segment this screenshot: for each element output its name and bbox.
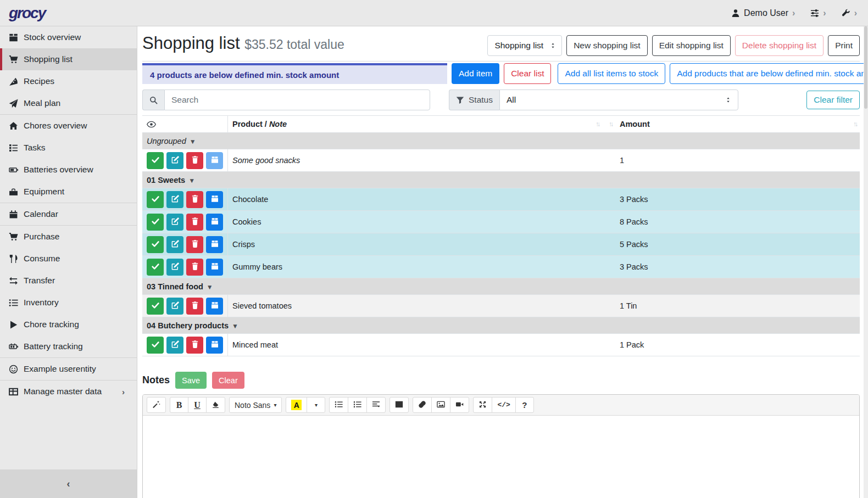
sidebar-item-shopping-list[interactable]: Shopping list <box>0 48 137 70</box>
print-button[interactable]: Print <box>828 35 860 56</box>
product-name: Gummy bears <box>228 256 616 278</box>
clear-filter-button[interactable]: Clear filter <box>806 91 860 109</box>
sidebar-item-chore-tracking[interactable]: Chore tracking <box>0 314 137 335</box>
user-menu-label: Demo User <box>744 8 788 18</box>
add-to-stock-button[interactable] <box>206 337 223 354</box>
sidebar-item-equipment[interactable]: Equipment <box>0 181 137 203</box>
delete-item-button[interactable] <box>186 337 203 354</box>
edit-item-button[interactable] <box>166 298 183 315</box>
add-below-min-button[interactable]: Add products that are below defined min.… <box>670 63 868 84</box>
edit-item-button[interactable] <box>166 259 183 276</box>
sidebar-item-tasks[interactable]: Tasks <box>0 137 137 159</box>
amount-column-header[interactable]: ↑↓ Amount ↑↓ <box>615 116 860 133</box>
search-input[interactable] <box>164 89 430 110</box>
editor-video-button[interactable] <box>450 397 469 413</box>
editor-table-grid-button[interactable] <box>390 397 409 413</box>
new-shopping-list-button[interactable]: New shopping list <box>566 35 647 56</box>
delete-item-button[interactable] <box>186 259 203 276</box>
editor-help-button[interactable]: ? <box>515 397 534 413</box>
sort-icon: ↑↓ <box>596 120 599 128</box>
mark-done-button[interactable] <box>147 298 164 315</box>
clear-list-button[interactable]: Clear list <box>504 63 551 84</box>
editor-magic-wand-button[interactable] <box>147 397 166 413</box>
grocy-logo[interactable]: grocy <box>9 4 45 22</box>
add-all-to-stock-button[interactable]: Add all list items to stock <box>558 63 665 84</box>
add-to-stock-button[interactable] <box>206 152 223 169</box>
edit-item-button[interactable] <box>166 236 183 253</box>
sidebar-item-chores-overview[interactable]: Chores overview <box>0 115 137 137</box>
edit-item-button[interactable] <box>166 191 183 208</box>
mark-done-button[interactable] <box>147 337 164 354</box>
box-icon <box>8 32 18 42</box>
user-icon <box>731 9 740 18</box>
vertical-scrollbar[interactable] <box>864 26 868 498</box>
add-item-button[interactable]: Add item <box>452 63 499 84</box>
add-to-stock-button[interactable] <box>206 191 223 208</box>
editor-ordered-list-button[interactable] <box>348 397 367 413</box>
sidebar-collapse-button[interactable]: ‹ <box>0 469 137 498</box>
mark-done-button[interactable] <box>147 191 164 208</box>
delete-item-button[interactable] <box>186 191 203 208</box>
editor-bold-button[interactable]: B <box>170 397 188 413</box>
sidebar-item-transfer[interactable]: Transfer <box>0 270 137 292</box>
user-menu[interactable]: Demo User › <box>731 8 795 18</box>
editor-picture-button[interactable] <box>431 397 450 413</box>
sidebar-item-stock-overview[interactable]: Stock overview <box>0 26 137 48</box>
mark-done-button[interactable] <box>147 259 164 276</box>
sidebar-item-example-userentity[interactable]: Example userentity <box>0 358 137 380</box>
delete-item-button[interactable] <box>186 298 203 315</box>
editor-link-button[interactable] <box>413 397 432 413</box>
editor-toolbar: BUNoto Sans▾A▾</>? <box>143 395 859 416</box>
notes-editor-area[interactable] <box>143 416 859 498</box>
editor-fullscreen-button[interactable] <box>473 397 492 413</box>
product-group-row[interactable]: 03 Tinned food▼ <box>142 278 860 295</box>
add-to-stock-button[interactable] <box>206 298 223 315</box>
delete-shopping-list-button[interactable]: Delete shopping list <box>735 35 824 56</box>
box-icon <box>210 239 219 250</box>
column-visibility-header[interactable] <box>142 116 228 133</box>
sidebar-item-inventory[interactable]: Inventory <box>0 292 137 314</box>
editor-eraser-button[interactable] <box>206 397 225 413</box>
admin-menu[interactable]: › <box>842 9 857 18</box>
product-group-row[interactable]: 04 Butchery products▼ <box>142 317 860 334</box>
editor-underline-button[interactable]: U <box>188 397 207 413</box>
delete-item-button[interactable] <box>186 152 203 169</box>
editor-color-caret-button[interactable]: ▾ <box>307 397 325 413</box>
sidebar-item-recipes[interactable]: Recipes <box>0 70 137 92</box>
editor-color-button-button[interactable]: A <box>286 397 307 413</box>
status-select[interactable]: All <box>499 89 738 110</box>
shopping-list-row: Sieved tomatoes1 Tin <box>142 295 860 317</box>
mark-done-button[interactable] <box>147 236 164 253</box>
sort-icon: ↑↓ <box>609 120 612 128</box>
mark-done-button[interactable] <box>147 214 164 231</box>
shopping-list-table: Product / Note ↑↓ ↑↓ Amount ↑↓ Ungrouped… <box>142 115 860 356</box>
shopping-list-select[interactable]: Shopping list <box>487 35 562 56</box>
sidebar-item-consume[interactable]: Consume <box>0 248 137 270</box>
notes-save-button[interactable]: Save <box>175 372 207 389</box>
editor-font-dropdown-button[interactable]: Noto Sans▾ <box>229 397 282 413</box>
add-to-stock-button[interactable] <box>206 259 223 276</box>
sidebar-item-batteries-overview[interactable]: Batteries overview <box>0 159 137 181</box>
delete-item-button[interactable] <box>186 236 203 253</box>
mark-done-button[interactable] <box>147 152 164 169</box>
product-group-row[interactable]: 01 Sweets▼ <box>142 172 860 188</box>
sidebar-item-purchase[interactable]: Purchase <box>0 226 137 248</box>
editor-unordered-list-button[interactable] <box>329 397 348 413</box>
settings-menu[interactable]: › <box>810 9 826 18</box>
sidebar-item-meal-plan[interactable]: Meal plan <box>0 92 137 114</box>
add-to-stock-button[interactable] <box>206 236 223 253</box>
notes-clear-button[interactable]: Clear <box>212 372 244 389</box>
editor-paragraph-button[interactable] <box>366 397 386 413</box>
edit-item-button[interactable] <box>166 152 183 169</box>
edit-shopping-list-button[interactable]: Edit shopping list <box>652 35 731 56</box>
edit-item-button[interactable] <box>166 337 183 354</box>
add-to-stock-button[interactable] <box>206 214 223 231</box>
delete-item-button[interactable] <box>186 214 203 231</box>
product-group-row[interactable]: Ungrouped▼ <box>142 133 860 149</box>
edit-item-button[interactable] <box>166 214 183 231</box>
product-column-header[interactable]: Product / Note ↑↓ <box>228 116 616 133</box>
sidebar-item-manage-master-data[interactable]: Manage master data› <box>0 381 137 402</box>
editor-codeview-button[interactable]: </> <box>492 397 515 413</box>
sidebar-item-calendar[interactable]: Calendar <box>0 203 137 225</box>
sidebar-item-battery-tracking[interactable]: Battery tracking <box>0 335 137 357</box>
